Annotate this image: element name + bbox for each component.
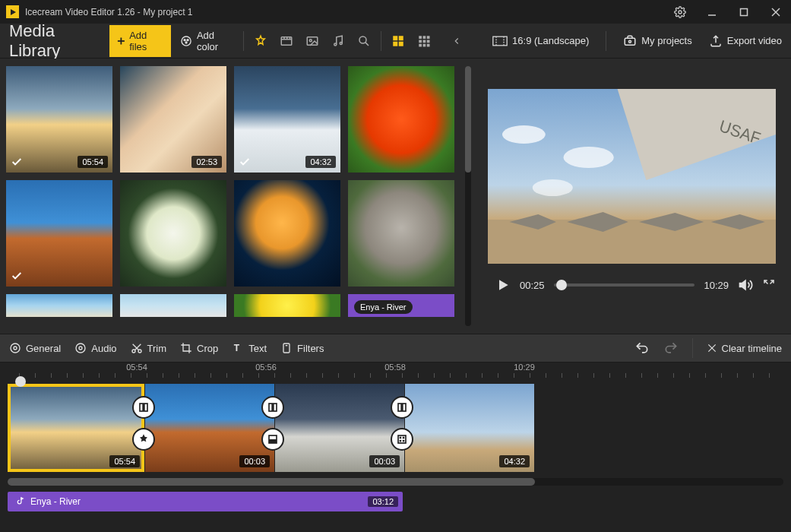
export-video-button[interactable]: Export video [709, 34, 782, 48]
svg-rect-80 [403, 440, 405, 442]
trim-tool[interactable]: Trim [131, 342, 167, 354]
svg-point-8 [182, 36, 191, 45]
svg-rect-36 [493, 36, 507, 46]
svg-rect-76 [398, 435, 406, 443]
svg-rect-27 [419, 36, 422, 39]
add-files-button[interactable]: Add files [109, 25, 170, 57]
ruler-label: 10:29 [514, 363, 535, 372]
svg-rect-73 [269, 439, 277, 443]
separator [243, 31, 244, 51]
library-scrollbar[interactable] [465, 66, 471, 326]
timeline: 05:5405:5605:5810:29 05:5400:0300:0304:3… [0, 363, 791, 532]
search-icon[interactable] [356, 33, 372, 49]
library-thumb[interactable] [6, 180, 112, 287]
filters-tool[interactable]: Filters [280, 342, 324, 354]
transition-effect-button[interactable] [261, 428, 284, 451]
library-thumb[interactable] [6, 294, 112, 317]
timeline-clip[interactable]: 00:03 [275, 384, 404, 472]
transition-button[interactable] [261, 396, 284, 419]
ruler-label: 05:56 [255, 363, 277, 372]
svg-rect-77 [400, 437, 402, 439]
library-thumb[interactable] [348, 180, 454, 287]
play-button[interactable] [495, 277, 511, 293]
minimize-icon[interactable] [703, 3, 721, 21]
text-tool[interactable]: TText [232, 342, 267, 354]
filter-all-icon[interactable] [253, 33, 268, 49]
transition-button[interactable] [132, 396, 155, 419]
svg-marker-51 [499, 280, 508, 290]
crop-tool[interactable]: Crop [180, 342, 218, 354]
close-icon[interactable] [767, 3, 785, 21]
library-thumb[interactable] [234, 180, 340, 287]
svg-point-43 [502, 125, 546, 144]
fullscreen-icon[interactable] [762, 278, 776, 292]
timeline-scroll-handle[interactable] [8, 478, 535, 486]
filter-image-icon[interactable] [305, 33, 320, 49]
crop-label: Crop [197, 343, 218, 354]
aspect-ratio-button[interactable]: 16:9 (Landscape) [492, 35, 589, 46]
view-small-grid-icon[interactable] [416, 33, 432, 49]
clear-timeline-button[interactable]: Clear timeline [707, 343, 782, 354]
trim-label: Trim [147, 343, 167, 354]
svg-rect-29 [427, 36, 430, 39]
svg-point-18 [309, 39, 312, 41]
library-thumb[interactable]: 05:54 [6, 66, 112, 173]
svg-rect-30 [419, 40, 422, 43]
svg-marker-0 [11, 9, 16, 15]
check-icon [11, 156, 23, 168]
library-thumb[interactable] [120, 180, 226, 287]
preview-total-time: 10:29 [704, 280, 729, 291]
thumb-duration: 05:54 [78, 156, 108, 168]
transition-button[interactable] [391, 396, 413, 419]
undo-button[interactable] [634, 340, 650, 356]
filter-audio-icon[interactable] [331, 33, 346, 49]
clip-duration: 04:32 [499, 455, 530, 467]
clip-duration: 05:54 [109, 455, 140, 467]
library-thumb[interactable] [234, 294, 340, 317]
timeline-clip[interactable]: 05:54 [8, 384, 144, 472]
scrollbar-handle[interactable] [465, 66, 471, 173]
svg-rect-28 [422, 36, 426, 39]
title-bar: Icecream Video Editor 1.26 - My project … [0, 0, 791, 24]
view-large-grid-icon[interactable] [391, 33, 406, 49]
clip-duration: 00:03 [369, 455, 400, 467]
svg-point-45 [533, 179, 573, 196]
transition-effect-button[interactable] [132, 428, 155, 451]
library-thumb[interactable] [120, 294, 226, 317]
playhead-marker[interactable] [15, 376, 26, 387]
transition-effect-button[interactable] [391, 428, 413, 451]
maximize-icon[interactable] [735, 3, 753, 21]
chevron-left-icon[interactable] [450, 33, 464, 49]
seek-knob[interactable] [556, 280, 567, 290]
preview-seek-slider[interactable] [554, 283, 695, 287]
svg-rect-78 [403, 437, 405, 439]
settings-icon[interactable] [671, 3, 689, 21]
svg-text:T: T [234, 343, 240, 353]
add-color-button[interactable]: Add color [180, 30, 234, 52]
svg-rect-25 [393, 41, 397, 46]
my-projects-button[interactable]: My projects [623, 34, 691, 48]
timeline-clip[interactable]: 00:03 [145, 384, 274, 472]
audio-clip[interactable]: Enya - River 03:12 [8, 492, 403, 511]
timeline-clip[interactable]: 04:32 [405, 384, 534, 472]
library-thumb[interactable]: Enya - River [348, 294, 454, 317]
aspect-ratio-label: 16:9 (Landscape) [512, 35, 589, 46]
clear-timeline-label: Clear timeline [722, 343, 782, 354]
svg-point-40 [629, 40, 631, 43]
audio-tool[interactable]: Audio [74, 342, 116, 354]
library-thumb[interactable]: 04:32 [234, 66, 340, 173]
svg-rect-74 [398, 404, 401, 411]
filter-video-icon[interactable] [279, 33, 294, 49]
redo-button[interactable] [663, 340, 679, 356]
svg-rect-68 [140, 404, 143, 411]
timeline-ruler[interactable]: 05:5405:5605:5810:29 [0, 363, 791, 382]
library-thumb[interactable] [348, 66, 454, 173]
general-tool[interactable]: General [9, 342, 61, 354]
my-projects-label: My projects [641, 35, 691, 46]
volume-icon[interactable] [738, 277, 753, 293]
media-library-heading: Media Library [9, 21, 100, 61]
timeline-scrollbar[interactable] [8, 478, 783, 486]
preview-pane: USAF 00:25 10:29 [473, 59, 791, 334]
svg-point-19 [334, 43, 337, 46]
library-thumb[interactable]: 02:53 [120, 66, 226, 173]
